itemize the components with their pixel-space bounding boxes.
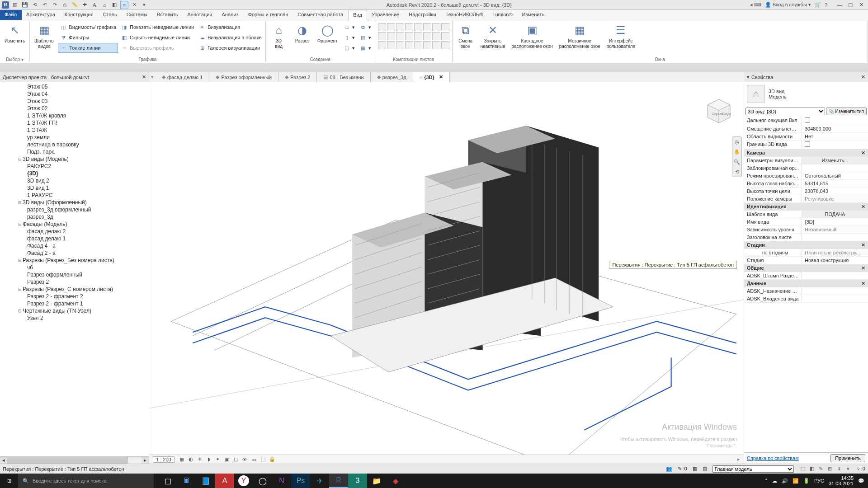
help-icon[interactable]: ?: [825, 2, 827, 8]
tab-manage[interactable]: Управление: [367, 10, 404, 20]
hide-hidden-button[interactable]: ◧Скрыть невидимые линии: [119, 33, 196, 42]
app-3dsmax[interactable]: 3: [348, 474, 367, 488]
tree-item[interactable]: Разрез оформленный: [0, 271, 149, 278]
view-tab[interactable]: ◆Разрез оформленный: [209, 72, 278, 82]
prop-row[interactable]: Границы 3D вида: [744, 141, 868, 149]
prop-row[interactable]: Смещение дальнего ...304800,000: [744, 125, 868, 133]
tab-insert[interactable]: Вставить: [152, 10, 183, 20]
qat-3d-icon[interactable]: ⌂: [100, 1, 108, 9]
render-button[interactable]: ☀Визуализация: [197, 22, 264, 32]
prop-row[interactable]: Зависимость уровняНезависимый: [744, 226, 868, 234]
tab-collaborate[interactable]: Совместная работа: [293, 10, 348, 20]
tree-item[interactable]: Фасад 4 - a: [0, 242, 149, 249]
tile-button[interactable]: ▦Мозаичное расположение окон: [557, 22, 603, 50]
tree-category[interactable]: 3D виды (Оформленный): [0, 199, 149, 206]
sheet-gallery[interactable]: [377, 22, 450, 50]
tree-item[interactable]: фасад делаю 2: [0, 228, 149, 235]
prop-row[interactable]: СтадияНовая конструкция: [744, 257, 868, 264]
prop-row[interactable]: Заголовок на листе: [744, 234, 868, 241]
properties-close-icon[interactable]: ✕: [861, 74, 865, 80]
tree-item[interactable]: разрез_3д: [0, 213, 149, 221]
tree-item[interactable]: ч6: [0, 264, 149, 271]
shadows-icon[interactable]: ◗: [205, 456, 212, 463]
prop-row[interactable]: ADSK_Назначение в...: [744, 287, 868, 295]
qat-close-hidden-icon[interactable]: ✕: [130, 1, 138, 9]
tree-item[interactable]: Этаж 04: [0, 90, 149, 98]
checkbox[interactable]: [805, 117, 810, 123]
prop-row[interactable]: Режим проецирован...Ортогональный: [744, 172, 868, 180]
prop-category[interactable]: Идентификация⨯: [744, 203, 868, 211]
tree-category[interactable]: Чертежные виды (TN-Узел): [0, 307, 149, 314]
prop-row[interactable]: Дальняя секущая Вкл: [744, 117, 868, 125]
tree-item[interactable]: Этаж 03: [0, 98, 149, 105]
view-tab[interactable]: ▤08 - Без имени: [317, 72, 370, 82]
props-dropdown-icon[interactable]: ▾: [747, 74, 750, 80]
analytical-icon[interactable]: ⬚: [259, 456, 267, 463]
tree-category[interactable]: Разрезы (Разрез_Без номера листа): [0, 257, 149, 264]
qat-redo-icon[interactable]: ↷: [51, 1, 59, 9]
type-selector[interactable]: 3D вид: {3D}: [745, 108, 825, 115]
qat-sync-icon[interactable]: ⟲: [31, 1, 39, 9]
project-browser-tree[interactable]: Этаж 05Этаж 04Этаж 03Этаж 021 ЭТАЖ кровл…: [0, 82, 149, 456]
crop-visible-icon[interactable]: ▢: [232, 456, 240, 463]
si6[interactable]: ▾: [844, 465, 852, 473]
app-unknown1[interactable]: ◯: [253, 474, 272, 488]
qat-save-icon[interactable]: 💾: [21, 1, 29, 9]
qat-section-icon[interactable]: ◧: [110, 1, 118, 9]
tab-annotate[interactable]: Аннотации: [183, 10, 217, 20]
prop-row[interactable]: Параметры визуализ...Изменить...: [744, 157, 868, 164]
minimize-button[interactable]: —: [835, 1, 844, 9]
status-icon2[interactable]: ▤: [703, 466, 707, 472]
qat-align-icon[interactable]: ✚: [80, 1, 89, 9]
schedules-button[interactable]: ▦▾: [358, 43, 373, 53]
prop-category[interactable]: Камера⨯: [744, 149, 868, 157]
tree-item[interactable]: Этаж 02: [0, 105, 149, 112]
view-tab[interactable]: ◆разрез_3д: [371, 72, 413, 82]
prop-row[interactable]: Шаблон видаПОДАЧА: [744, 211, 868, 218]
tab-steel[interactable]: Сталь: [99, 10, 122, 20]
view-tab-close-icon[interactable]: ✕: [439, 74, 443, 80]
ui-button[interactable]: ☰Интерфейс пользователя: [604, 22, 638, 50]
view-cube[interactable]: СправаСзади: [703, 96, 735, 127]
tree-category[interactable]: 3D виды (Модель): [0, 155, 149, 163]
show-hidden-button[interactable]: ◨Показать невидимые линии: [119, 22, 196, 32]
tree-item[interactable]: Фасад 2 - a: [0, 249, 149, 257]
scale-selector[interactable]: 1 : 200: [153, 456, 175, 463]
nav-zoom-icon[interactable]: 🔍: [732, 157, 741, 167]
prop-row[interactable]: _____ по стадиямПлан после реконстру...: [744, 249, 868, 257]
viewtabs-dropdown-icon[interactable]: ▾: [149, 72, 156, 82]
prop-row[interactable]: Заблокированная ор...: [744, 164, 868, 172]
tab-technonicol[interactable]: ТехноНИКОЛЬ®: [441, 10, 488, 20]
view-templates-button[interactable]: ▦ Шаблоны видов: [32, 22, 57, 50]
tab-lumion[interactable]: Lumion®: [488, 10, 517, 20]
workset-selector[interactable]: Главная модель: [712, 465, 794, 473]
tree-item[interactable]: разрез_3д оформленный: [0, 206, 149, 213]
nav-wheel-icon[interactable]: ◎: [732, 137, 741, 147]
canvas[interactable]: СправаСзади ◎ ✋ 🔍 ⟲ Перекрытия : Перекры…: [149, 82, 744, 455]
si5[interactable]: ↯: [835, 465, 843, 473]
tray-notifications-icon[interactable]: 💬: [858, 478, 864, 484]
cloud-render-button[interactable]: ☁Визуализация в облаке: [197, 33, 264, 42]
tree-category[interactable]: Разрезы (Разрез_С номером листа): [0, 286, 149, 293]
prop-row[interactable]: Высота точки цели23078,043: [744, 188, 868, 195]
prop-row[interactable]: Высота глаза наблю...53314,815: [744, 180, 868, 188]
view-tab[interactable]: ◆Разрез 2: [278, 72, 317, 82]
qat-more-icon[interactable]: ▾: [140, 1, 148, 9]
elevation-button[interactable]: ▯▾: [341, 33, 357, 42]
tree-item[interactable]: 1 ЭТАЖ: [0, 127, 149, 134]
tree-item[interactable]: ур земли: [0, 134, 149, 141]
tray-wifi-icon[interactable]: 📶: [793, 478, 799, 484]
prop-category[interactable]: Общие⨯: [744, 264, 868, 272]
app-explorer[interactable]: 📁: [367, 474, 386, 488]
duplicate-button[interactable]: ⧉▾: [358, 22, 373, 32]
app-autocad[interactable]: A: [215, 474, 234, 488]
checkbox[interactable]: [805, 141, 810, 147]
tray-volume-icon[interactable]: 🔊: [782, 478, 788, 484]
crop-icon[interactable]: ▣: [223, 456, 231, 463]
app-photoshop[interactable]: Ps: [291, 474, 310, 488]
tree-item[interactable]: лестница в парковку: [0, 141, 149, 148]
visibility-graphics-button[interactable]: ◫Видимость/ графика: [58, 22, 118, 32]
thin-lines-button[interactable]: ≡Тонкие линии: [58, 43, 118, 53]
si2[interactable]: ◧: [808, 465, 816, 473]
close-inactive-button[interactable]: ✕Закрыть неактивные: [478, 22, 508, 50]
